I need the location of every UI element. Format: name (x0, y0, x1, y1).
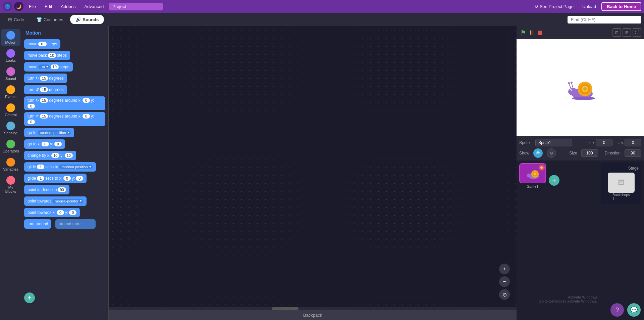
sidebar-item-operators[interactable]: Operators (1, 138, 20, 155)
scrollbar-thumb[interactable] (272, 307, 299, 310)
block-turn-ccw[interactable]: turn ↺ 15 degrees (24, 85, 67, 94)
block-glide-random[interactable]: glide 1 secs to random position (24, 162, 96, 172)
block-glide-xy[interactable]: glide 1 secs to x: 0 y: 0 (24, 174, 87, 183)
stage-right-panel: Stage 🖼 Backdrops 1 (601, 163, 641, 203)
sidebar-item-myblocks[interactable]: My Blocks (1, 174, 20, 195)
operators-dot (6, 140, 15, 148)
variables-label: Variables (3, 167, 18, 171)
block-move-back[interactable]: move back 10 steps (24, 51, 70, 60)
block-turn-cw-around[interactable]: turn ↻ 15 degrees around x: 0 y: 0 (24, 96, 105, 110)
sidebar-item-sound[interactable]: Sound (1, 65, 20, 83)
direction-label: Direction (605, 151, 621, 155)
sidebar-item-events[interactable]: Events (1, 83, 20, 101)
project-name-input[interactable] (109, 3, 163, 10)
expand-stage-button[interactable]: ⊞ (623, 28, 631, 37)
sidebar-item-control[interactable]: Control (1, 101, 20, 119)
sprite-thumb-sprite1[interactable]: 🗑 Sprite1 (519, 163, 546, 188)
menu-edit[interactable]: Edit (41, 3, 55, 10)
find-input[interactable] (568, 16, 641, 24)
green-flag-button[interactable]: ⚑ (519, 28, 527, 38)
sound-dot (6, 67, 15, 76)
direction-input[interactable] (625, 149, 641, 157)
block-move-steps[interactable]: move 10 steps (24, 39, 60, 49)
help-icon: ? (615, 307, 619, 314)
stop-button[interactable]: ⏹ (535, 28, 544, 38)
svg-point-5 (583, 87, 587, 91)
backdrop-preview: 🖼 (618, 179, 625, 187)
looks-label: Looks (6, 58, 15, 62)
stage-canvas (517, 39, 644, 136)
svg-point-12 (572, 97, 595, 100)
snail-sprite (564, 74, 597, 101)
add-block-button[interactable]: + (24, 292, 35, 303)
sidebar-item-sensing[interactable]: Sensing (1, 120, 20, 137)
fullscreen-button[interactable]: ⛶ (633, 28, 641, 37)
tab-code[interactable]: ⊞ Code (3, 15, 30, 24)
size-label: Size (569, 151, 577, 155)
blocks-panel: Motion move 10 steps move back 10 steps … (21, 26, 109, 320)
motion-label: Motion (5, 40, 16, 44)
variables-dot (6, 158, 15, 167)
block-goto-random[interactable]: go to random position (24, 128, 74, 137)
upload-button[interactable]: Upload (579, 3, 599, 10)
backdrops-label: Backdrops 1 (612, 193, 630, 201)
tab-sounds[interactable]: 🔊 Sounds (70, 15, 104, 24)
block-change-xy[interactable]: change by x: 10 y: 10 (24, 151, 76, 160)
backdrop-thumbnail[interactable]: 🖼 (608, 173, 635, 193)
backpack-label: Backpack (303, 313, 322, 318)
add-sprite-button[interactable]: + (549, 175, 559, 186)
y-label: y (621, 140, 623, 145)
shrink-stage-button[interactable]: ⊡ (612, 28, 621, 37)
zoom-reset-button[interactable]: ⊙ (499, 289, 510, 300)
back-home-button[interactable]: Back to Home (601, 2, 641, 11)
theme-toggle-icon[interactable]: 🌙 (14, 2, 23, 11)
sidebar-item-variables[interactable]: Variables (1, 156, 20, 173)
sprite-thumb-inner: 🗑 (519, 163, 546, 183)
zoom-in-button[interactable]: + (499, 264, 510, 274)
zoom-out-button[interactable]: − (499, 276, 510, 287)
backpack-bar[interactable]: Backpack (109, 310, 517, 320)
code-icon: ⊞ (8, 17, 12, 22)
blocks-section-header: Motion (23, 29, 107, 38)
block-point-towards-xy[interactable]: point towards x: 0 y: 0 (24, 208, 80, 217)
block-goto-xy[interactable]: go to x: 0 y: 0 (24, 139, 65, 149)
chat-button[interactable]: 💬 (627, 303, 641, 317)
pause-button[interactable]: ⏸ (527, 28, 535, 37)
horizontal-scrollbar[interactable] (109, 307, 517, 310)
block-turn-ccw-around[interactable]: turn ↺ 15 degrees around x: 0 y: 0 (24, 112, 105, 126)
globe-icon[interactable]: 🌐 (3, 2, 12, 11)
menu-addons[interactable]: Addons (57, 3, 79, 10)
sprite-name-input[interactable] (535, 139, 572, 146)
block-turn-around[interactable]: turn around (24, 219, 51, 229)
help-button[interactable]: ? (610, 303, 624, 317)
sprite-info-panel: Sprite ↔ x ↕ y Show 👁 ⊘ (517, 136, 644, 161)
sidebar-item-motion[interactable]: Motion (1, 29, 20, 46)
sidebar-item-looks[interactable]: Looks (1, 47, 20, 64)
x-input[interactable] (596, 139, 612, 146)
show-eye-button[interactable]: 👁 (533, 148, 543, 158)
block-partial[interactable]: around tum : (55, 219, 96, 229)
svg-point-8 (568, 82, 570, 84)
chat-icon: 💬 (630, 306, 638, 314)
block-turn-cw[interactable]: turn ↻ 15 degrees (24, 74, 67, 83)
delete-sprite-button[interactable]: 🗑 (539, 165, 545, 171)
workspace[interactable]: + − ⊙ Backpack (109, 26, 517, 320)
show-hide-button[interactable]: ⊘ (547, 148, 556, 158)
y-input[interactable] (625, 139, 641, 146)
block-point-direction[interactable]: point in direction 90 (24, 185, 69, 194)
stage-controls: ⚑ ⏸ ⏹ ⊡ ⊞ ⛶ (517, 26, 644, 39)
x-label: x (592, 140, 594, 145)
events-dot (6, 85, 15, 94)
see-project-button[interactable]: ↺ See Project Page (531, 3, 577, 10)
main-area: Motion Looks Sound Events Control Sensin… (0, 26, 644, 320)
block-point-towards[interactable]: point towards mouse-pointer (24, 196, 87, 206)
block-move-up[interactable]: move up 10 steps (24, 62, 73, 72)
sounds-tab-label: Sounds (83, 17, 99, 22)
myblocks-dot (6, 176, 15, 185)
tab-costumes[interactable]: 👕 Costumes (31, 15, 69, 24)
svg-point-1 (568, 88, 578, 95)
menu-advanced[interactable]: Advanced (81, 3, 107, 10)
show-row: Show 👁 ⊘ Size Direction (519, 148, 641, 158)
menu-file[interactable]: File (25, 3, 39, 10)
size-input[interactable] (581, 149, 598, 157)
